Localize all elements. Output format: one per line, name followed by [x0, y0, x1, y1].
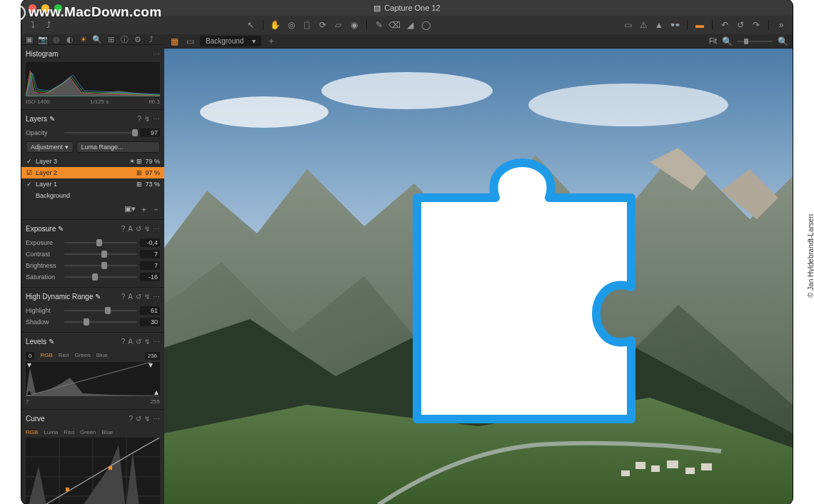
help-icon[interactable]: ? [121, 225, 126, 233]
brush-icon[interactable]: ✎ [373, 19, 385, 31]
hdr-header[interactable]: High Dynamic Range ✎ ? A ↺ ↯ ⋯ [26, 291, 160, 302]
undo-icon[interactable]: ↶ [719, 19, 730, 31]
redo-icon[interactable]: ↷ [750, 19, 762, 31]
channel-blue[interactable]: Blue [101, 429, 113, 435]
reset-icon[interactable]: ↺ [136, 338, 141, 346]
zoom-icon[interactable]: 🔍 [721, 36, 733, 47]
help-icon[interactable]: ? [129, 415, 133, 423]
focus-icon[interactable]: ▲ [653, 19, 665, 31]
panel-menu-icon[interactable]: ⋯ [153, 50, 160, 58]
histogram-header[interactable]: Histogram ⋯ [26, 48, 160, 59]
adjust-tab-icon[interactable]: ⊞ [106, 34, 116, 44]
svg-marker-2 [149, 363, 153, 368]
spot-icon[interactable]: ◉ [348, 19, 360, 31]
warning-icon[interactable]: ⚠ [638, 19, 649, 31]
channel-green[interactable]: Green [80, 429, 96, 435]
keystone-icon[interactable]: ▱ [333, 19, 344, 31]
menu-icon[interactable]: ⋯ [153, 225, 160, 233]
slider-saturation[interactable]: Saturation-16 [26, 271, 160, 283]
import-icon[interactable]: ⤵ [27, 19, 39, 31]
reset-icon[interactable]: ↺ [136, 225, 141, 233]
layer-item[interactable]: ✓Layer 3☀ ⊞79 % [21, 156, 164, 167]
exposure-header[interactable]: Exposure ✎ ? A ↺ ↯ ⋯ [26, 223, 160, 234]
slider-exposure[interactable]: Exposure-0,4 [26, 237, 160, 248]
histogram-graph [26, 62, 160, 96]
meta-tab-icon[interactable]: ⓘ [119, 34, 129, 44]
slider-contrast[interactable]: Contrast7 [26, 248, 160, 260]
overlay-icon[interactable]: ▬ [694, 19, 705, 31]
glasses-icon[interactable]: 👓 [669, 19, 680, 31]
image-viewport[interactable] [164, 49, 793, 504]
layer-item[interactable]: ✓Layer 1⊞73 % [21, 178, 164, 190]
levels-header[interactable]: Levels ✎ ? A ↺ ↯ ⋯ [26, 336, 160, 347]
separator [366, 20, 367, 30]
details-tab-icon[interactable]: 🔍 [92, 34, 102, 44]
reset-icon[interactable]: ↺ [735, 19, 746, 31]
layer-item[interactable]: ☑Layer 2⊞97 % [21, 167, 164, 178]
action-icon[interactable]: ↯ [144, 225, 150, 233]
slider-shadow[interactable]: Shadow30 [26, 316, 160, 328]
add-layer-icon[interactable]: ＋ [140, 204, 148, 215]
photo-credit: © Jan Hyldebrandt-Larsen [808, 214, 815, 298]
single-view-icon[interactable]: ▭ [184, 36, 196, 47]
curve-graph[interactable] [26, 438, 160, 504]
menu-icon[interactable]: ⋯ [153, 115, 160, 123]
add-icon[interactable]: ＋ [266, 36, 277, 47]
erase-icon[interactable]: ⌫ [389, 19, 401, 31]
export-icon[interactable]: ⤴ [43, 19, 54, 31]
curve-header[interactable]: Curve ? ↺ ↯ ⋯ [26, 413, 160, 424]
action-icon[interactable]: ↯ [144, 293, 150, 301]
layers-header[interactable]: Layers ✎ ? ↯ ⋯ [26, 113, 160, 124]
channel-luma[interactable]: Luma [44, 429, 58, 435]
brush-icon: ✎ [49, 338, 54, 346]
search-icon[interactable]: 🔍 [777, 36, 788, 47]
delete-layer-icon[interactable]: － [152, 204, 160, 215]
slider-brightness[interactable]: Brightness7 [26, 260, 160, 271]
layer-selector[interactable]: Background▾ [200, 36, 261, 46]
color-tab-icon[interactable]: ◐ [65, 34, 75, 44]
menu-icon[interactable]: ⋯ [153, 338, 160, 346]
brush-icon: ✎ [58, 225, 64, 233]
batch-tab-icon[interactable]: ⤴ [146, 34, 156, 44]
menu-icon[interactable]: ⋯ [153, 415, 160, 423]
lens-tab-icon[interactable]: ◎ [51, 34, 61, 44]
cursor-icon[interactable]: ↖ [245, 19, 256, 31]
radial-icon[interactable]: ◯ [421, 19, 432, 31]
opacity-slider[interactable]: Opacity 97 [26, 127, 160, 138]
channel-green[interactable]: Green [74, 352, 90, 360]
slider-highlight[interactable]: Highlight61 [26, 305, 160, 316]
channel-red[interactable]: Red [59, 352, 69, 360]
action-icon[interactable]: ↯ [144, 338, 150, 346]
viewer-toolbar: ▦ ▭ Background▾ ＋ Fit 🔍 🔍 [164, 34, 793, 49]
hand-icon[interactable]: ✋ [270, 19, 281, 31]
help-icon[interactable]: ? [121, 293, 126, 301]
mask-icon[interactable]: ▣▾ [124, 204, 136, 215]
adjustment-button[interactable]: Adjustment ▾ [26, 141, 74, 153]
help-icon[interactable]: ? [137, 115, 141, 123]
output-tab-icon[interactable]: ⚙ [133, 34, 143, 44]
gradient-icon[interactable]: ◢ [405, 19, 416, 31]
capture-tab-icon[interactable]: 📷 [38, 34, 48, 44]
reset-icon[interactable]: ↺ [136, 293, 141, 301]
action-icon[interactable]: ↯ [144, 415, 150, 423]
channel-red[interactable]: Red [64, 429, 74, 435]
crop-icon[interactable]: ⎕ [301, 19, 313, 31]
layer-item[interactable]: Background [21, 190, 164, 201]
preview-icon[interactable]: ▭ [622, 19, 633, 31]
reset-icon[interactable]: ↺ [136, 415, 141, 423]
luma-range-button[interactable]: Luma Range... [76, 141, 160, 153]
grid-view-icon[interactable]: ▦ [169, 36, 180, 47]
library-tab-icon[interactable]: ▣ [24, 34, 34, 44]
channel-blue[interactable]: Blue [96, 352, 108, 360]
levels-panel: Levels ✎ ? A ↺ ↯ ⋯ 0 RGB Red Green Blue … [21, 333, 164, 410]
levels-graph[interactable] [26, 362, 160, 396]
channel-rgb[interactable]: RGB [40, 352, 52, 360]
action-icon[interactable]: ↯ [144, 115, 150, 123]
loupe-icon[interactable]: ◎ [286, 19, 297, 31]
channel-rgb[interactable]: RGB [26, 429, 38, 435]
exposure-tab-icon[interactable]: ☀ [79, 34, 89, 44]
menu-icon[interactable]: ⋯ [153, 293, 160, 301]
help-icon[interactable]: ? [121, 338, 126, 346]
straighten-icon[interactable]: ⟳ [317, 19, 328, 31]
chevron-icon[interactable]: » [775, 19, 787, 31]
